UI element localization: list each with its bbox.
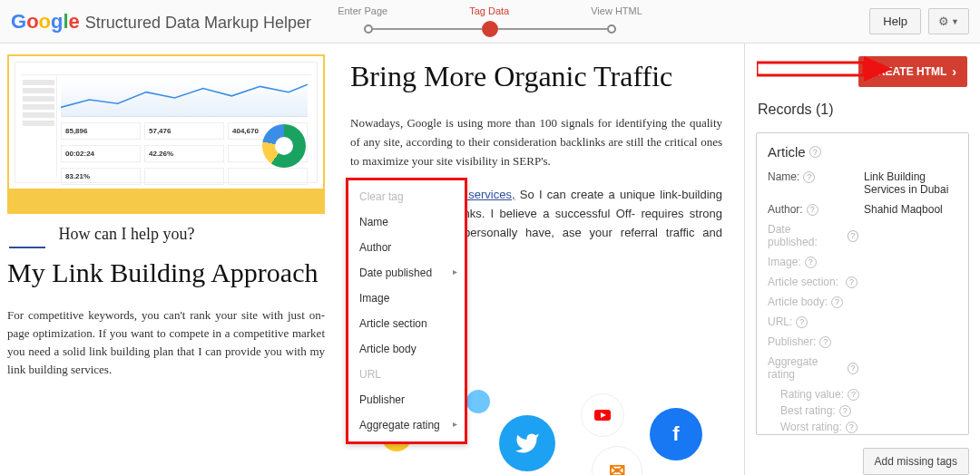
add-missing-tags-button[interactable]: Add missing tags [863, 448, 969, 475]
topbar: Google Structured Data Markup Helper Ent… [0, 0, 980, 44]
field-worst-rating: Worst rating:? [780, 421, 957, 433]
google-logo: Google [11, 10, 80, 34]
menu-clear-tag: Clear tag [348, 184, 465, 209]
stepper-labels: Enter Page Tag Data View HTML [338, 5, 642, 16]
bubble-blue [466, 390, 490, 413]
stepper [364, 21, 616, 37]
analytics-screenshot: 85,896 57,476 404,670 00:02:24 42.26% [7, 54, 325, 190]
caret-down-icon: ▼ [951, 17, 959, 26]
accent-line [9, 247, 45, 248]
help-question: How can I help you? [58, 225, 194, 243]
step-node-1[interactable] [364, 24, 373, 34]
youtube-icon [581, 393, 624, 437]
field-author-value: Shahid Maqbool [864, 203, 957, 216]
approach-heading: My Link Building Approach [7, 257, 325, 288]
menu-date-published[interactable]: Date published [348, 260, 465, 286]
create-html-button[interactable]: CREATE HTML › [858, 56, 967, 87]
field-name-label: Name:? [768, 170, 858, 183]
field-author-label: Author:? [768, 203, 858, 216]
help-button[interactable]: Help [869, 8, 921, 34]
help-icon[interactable]: ? [809, 146, 821, 158]
create-html-label: CREATE HTML [869, 65, 946, 78]
field-url: URL:? [768, 315, 858, 328]
mail-icon: ✉ [592, 446, 642, 475]
settings-button[interactable]: ⚙ ▼ [928, 8, 969, 34]
facebook-icon: f [650, 408, 702, 460]
record-type: Article? [768, 144, 957, 160]
field-rating-value: Rating value:? [780, 388, 957, 401]
chevron-right-icon: › [952, 64, 956, 79]
field-article-section: Article section:? [768, 276, 858, 288]
field-publisher: Publisher:? [768, 335, 858, 348]
field-article-body: Article body:? [768, 296, 858, 308]
field-date-published: Date published:? [768, 223, 858, 248]
tool-name: Structured Data Markup Helper [85, 14, 311, 33]
menu-aggregate-rating[interactable]: Aggregate rating [348, 412, 465, 438]
records-title: Records (1) [745, 96, 980, 127]
paragraph-1: Nowadays, Google is using more than 100 … [350, 113, 722, 170]
step-enter-page: Enter Page [338, 5, 387, 16]
step-node-3[interactable] [607, 24, 616, 34]
tag-context-menu: Clear tag Name Author Date published Ima… [346, 178, 467, 444]
approach-body: For competitive keywords, you can't rank… [7, 306, 325, 379]
field-name-value: Link Building Services in Dubai [864, 170, 957, 196]
donut-chart-icon [262, 124, 306, 168]
field-aggregate-rating: Aggregate rating? [768, 355, 858, 381]
menu-article-body[interactable]: Article body [348, 336, 465, 362]
gear-icon: ⚙ [938, 15, 949, 28]
step-view-html: View HTML [591, 5, 642, 16]
menu-url: URL [348, 362, 465, 387]
record-card: Article? Name:?Link Building Services in… [756, 132, 969, 435]
records-pane: CREATE HTML › Records (1) Article? Name:… [744, 44, 980, 475]
field-best-rating: Best rating:? [780, 404, 957, 417]
twitter-icon [499, 415, 555, 471]
step-node-2[interactable] [482, 21, 498, 37]
logo: Google Structured Data Markup Helper [11, 10, 311, 34]
menu-article-section[interactable]: Article section [348, 311, 465, 336]
menu-publisher[interactable]: Publisher [348, 387, 465, 412]
field-image: Image:? [768, 256, 858, 268]
menu-image[interactable]: Image [348, 286, 465, 311]
menu-author[interactable]: Author [348, 235, 465, 260]
article-heading: Bring More Organic Traffic [350, 60, 722, 93]
menu-name[interactable]: Name [348, 209, 465, 235]
step-tag-data: Tag Data [469, 5, 509, 16]
